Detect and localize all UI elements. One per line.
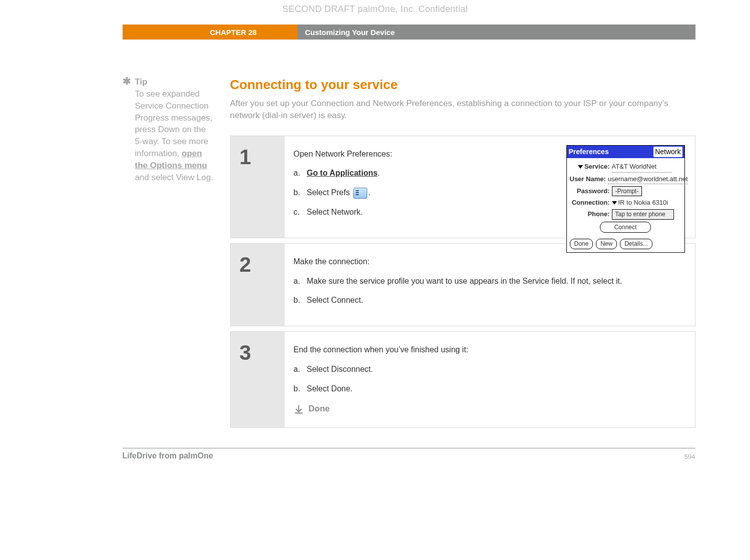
step-list: a. Select Disconnect. b. Select Done.	[294, 363, 683, 395]
list-item: b. Select Prefs .	[294, 187, 444, 199]
tip-star-icon: ✱	[123, 77, 131, 86]
palm-preferences-screenshot: Preferences Network Service: AT&T WorldN…	[566, 145, 685, 253]
step-1: 1 Open Network Preferences: a. Go to App…	[230, 136, 695, 238]
list-text: Select Network.	[307, 208, 363, 216]
list-letter: a.	[294, 167, 305, 180]
list-text: Select Done.	[307, 384, 353, 393]
step-list: a. Go to Applications. b. Select Prefs .…	[294, 167, 444, 218]
step-number: 3	[231, 332, 285, 427]
chapter-label: CHAPTER 28	[123, 25, 298, 40]
list-letter: c.	[294, 206, 305, 219]
list-post: .	[378, 169, 380, 177]
list-letter: b.	[294, 383, 305, 395]
palm-phone-box: Tap to enter phone	[612, 209, 674, 220]
done-indicator: Done	[294, 402, 683, 415]
palm-service-value: AT&T WorldNet	[612, 162, 672, 173]
palm-connect-button: Connect	[600, 222, 651, 233]
list-pre: Select Prefs	[307, 188, 352, 197]
list-item: a. Go to Applications.	[294, 167, 444, 180]
watermark-text: SECOND DRAFT palmOne, Inc. Confidential	[55, 0, 695, 25]
list-letter: b.	[294, 187, 305, 199]
list-item: a. Make sure the service profile you wan…	[294, 275, 683, 288]
dropdown-icon	[612, 201, 617, 205]
done-arrow-icon	[294, 404, 304, 414]
list-item: b. Select Done.	[294, 383, 683, 395]
palm-label: Connection:	[570, 198, 612, 208]
tip-label: Tip	[135, 77, 148, 87]
list-letter: a.	[294, 363, 305, 376]
palm-label: Service:	[584, 163, 610, 170]
step-number: 2	[231, 244, 285, 326]
list-text: Select Connect.	[307, 296, 363, 304]
palm-connection-value: IR to Nokia 6310i	[618, 199, 668, 206]
done-label: Done	[309, 402, 330, 415]
list-letter: b.	[294, 294, 305, 307]
step-list: a. Make sure the service profile you wan…	[294, 275, 683, 307]
step-lead: End the connection when you’ve finished …	[294, 344, 683, 356]
step-number: 1	[231, 136, 285, 238]
footer-rule	[123, 448, 695, 448]
palm-label: Phone:	[570, 209, 612, 219]
palm-label: User Name:	[570, 174, 608, 184]
palm-title-left: Preferences	[569, 147, 609, 158]
tip-text-post: and select View Log.	[135, 173, 214, 182]
step-2: 2 Make the connection: a. Make sure the …	[230, 243, 695, 326]
tip-body: To see expanded Service Connection Progr…	[135, 88, 215, 183]
section-intro: After you set up your Connection and Net…	[230, 98, 695, 122]
list-item: b. Select Connect.	[294, 294, 683, 307]
palm-title-right: Network	[653, 147, 682, 158]
palm-password-box: -Prompt-	[612, 186, 642, 197]
step-lead: Make the connection:	[294, 256, 683, 268]
step-3: 3 End the connection when you’ve finishe…	[230, 331, 695, 428]
list-item: c. Select Network.	[294, 206, 444, 219]
chapter-header-bar: CHAPTER 28 Customizing Your Device	[55, 25, 695, 40]
list-text: Select Disconnect.	[307, 365, 373, 373]
footer-product: LifeDrive from palmOne	[123, 451, 213, 460]
list-letter: a.	[294, 275, 305, 288]
list-post: .	[368, 188, 370, 197]
dropdown-icon	[578, 165, 583, 169]
palm-username-value: username@worldnet.att.net	[608, 176, 688, 184]
go-to-applications-link[interactable]: Go to Applications	[307, 169, 378, 177]
list-text: Make sure the service profile you want t…	[307, 277, 622, 285]
page-number: 594	[684, 451, 695, 460]
section-heading: Connecting to your service	[230, 77, 695, 93]
tip-text-pre: To see expanded Service Connection Progr…	[135, 89, 213, 158]
chapter-title: Customizing Your Device	[298, 25, 695, 40]
prefs-icon	[353, 188, 367, 199]
palm-label: Password:	[570, 186, 612, 196]
sidebar-tip: ✱ Tip To see expanded Service Connection…	[55, 77, 230, 433]
list-item: a. Select Disconnect.	[294, 363, 683, 376]
